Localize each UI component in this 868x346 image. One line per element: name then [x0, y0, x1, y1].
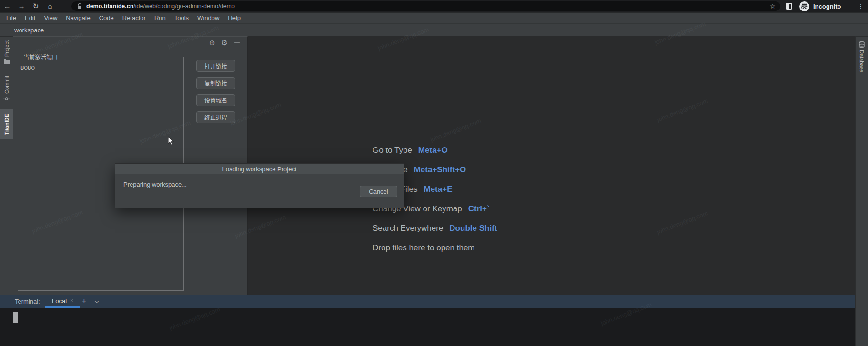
panel-action-button[interactable]: 打开链接: [196, 60, 235, 72]
close-icon[interactable]: ×: [70, 297, 73, 304]
home-icon[interactable]: ⌂: [43, 0, 57, 12]
shortcut-action-label: Drop files here to open them: [373, 243, 475, 253]
add-tab-icon[interactable]: +: [82, 297, 86, 305]
terminal-tab-local[interactable]: Local ×: [45, 295, 80, 308]
terminal-output[interactable]: [0, 308, 855, 346]
database-icon: [859, 41, 865, 48]
project-tool-label: Project: [4, 40, 10, 57]
active-port-value: 8080: [20, 64, 35, 71]
dialog-title: Loading workspace Project: [222, 166, 296, 173]
panel-action-button[interactable]: 复制链接: [196, 77, 235, 89]
side-panel-icon[interactable]: [786, 3, 792, 10]
terminal-label: Terminal:: [15, 298, 40, 305]
screen: ← → ↻ ⌂ demo.titanide.cn/ide/web/coding/…: [0, 0, 868, 346]
bookmark-star-icon[interactable]: ☆: [769, 2, 776, 10]
terminal-tab-label: Local: [52, 297, 67, 305]
gear-icon[interactable]: ⚙: [222, 39, 228, 47]
shortcut-key-label: Ctrl+`: [468, 204, 490, 214]
menu-item[interactable]: Window: [193, 13, 223, 23]
shortcut-hint-line: Search Everywhere Double Shift: [373, 218, 497, 238]
tool-button-titanide[interactable]: TitanIDE: [0, 109, 13, 139]
incognito-icon: [799, 1, 809, 11]
menu-item[interactable]: Tools: [170, 13, 193, 23]
menu-item[interactable]: Navigate: [61, 13, 94, 23]
right-tool-stripe: Database: [855, 36, 868, 346]
menu-item[interactable]: File: [2, 13, 20, 23]
shortcut-hint-line: Drop files here to open them: [373, 238, 497, 257]
shortcut-action-label: Go to Type: [373, 146, 412, 155]
navigation-bar: workspace: [0, 23, 868, 36]
menu-item[interactable]: View: [40, 13, 61, 23]
back-icon[interactable]: ←: [0, 0, 14, 12]
forward-icon[interactable]: →: [14, 0, 29, 12]
cancel-button[interactable]: Cancel: [360, 186, 397, 197]
shortcut-key-label: Double Shift: [449, 224, 497, 233]
left-tool-stripe: Project Commit TitanIDE: [0, 36, 13, 295]
incognito-label: Incognito: [813, 3, 841, 10]
tool-button-project[interactable]: Project: [0, 39, 13, 66]
shortcut-key-label: Meta+E: [424, 185, 452, 194]
panel-action-button[interactable]: 设置域名: [196, 94, 235, 106]
folder-icon: [4, 59, 10, 64]
minimize-icon[interactable]: —: [234, 39, 240, 47]
chevron-down-icon[interactable]: ⌄: [93, 297, 101, 304]
reload-icon[interactable]: ↻: [29, 0, 43, 12]
shortcut-key-label: Meta+O: [418, 146, 448, 155]
lock-icon: [77, 3, 82, 9]
shortcut-action-label: Search Everywhere: [373, 224, 443, 233]
url-host: demo.titanide.cn: [86, 3, 133, 10]
browser-toolbar: ← → ↻ ⌂ demo.titanide.cn/ide/web/coding/…: [0, 0, 868, 12]
tool-button-commit[interactable]: Commit: [0, 74, 13, 103]
menu-item[interactable]: Run: [150, 13, 170, 23]
menu-item[interactable]: Edit: [20, 13, 40, 23]
ide-menu-bar: File Edit View Navigate Code Refactor Ru…: [0, 12, 868, 23]
incognito-badge: Incognito: [799, 0, 841, 12]
shortcut-hint-line: Go to Type Meta+O: [373, 140, 497, 160]
breadcrumb-workspace[interactable]: workspace: [14, 27, 44, 34]
menu-item[interactable]: Help: [223, 13, 245, 23]
loading-workspace-dialog: Loading workspace Project Preparing work…: [115, 163, 404, 208]
active-port-legend: 当前激活端口: [21, 53, 60, 61]
commit-icon: [3, 96, 10, 101]
globe-icon[interactable]: ⊕: [209, 39, 215, 47]
url-path: /ide/web/coding/go-admin-demo/demo: [133, 3, 235, 10]
kebab-menu-icon[interactable]: ⋮: [858, 0, 864, 12]
commit-tool-label: Commit: [4, 76, 10, 94]
terminal-toolbar: Terminal: Local × + ⌄: [0, 295, 855, 308]
database-tool-label: Database: [859, 50, 865, 72]
tool-button-database[interactable]: Database: [856, 41, 868, 72]
shortcut-key-label: Meta+Shift+O: [414, 165, 466, 175]
address-bar[interactable]: demo.titanide.cn/ide/web/coding/go-admin…: [71, 1, 780, 11]
menu-item[interactable]: Refactor: [118, 13, 150, 23]
panel-action-button[interactable]: 终止进程: [196, 111, 235, 123]
dialog-titlebar[interactable]: Loading workspace Project: [115, 164, 404, 174]
dialog-message: Preparing workspace...: [123, 181, 187, 188]
titanide-tool-label: TitanIDE: [4, 114, 10, 135]
panel-action-buttons: 打开链接 复制链接 设置域名 终止进程: [196, 60, 235, 123]
terminal-caret: [13, 312, 18, 323]
menu-item[interactable]: Code: [95, 13, 118, 23]
mouse-cursor: [168, 136, 174, 146]
